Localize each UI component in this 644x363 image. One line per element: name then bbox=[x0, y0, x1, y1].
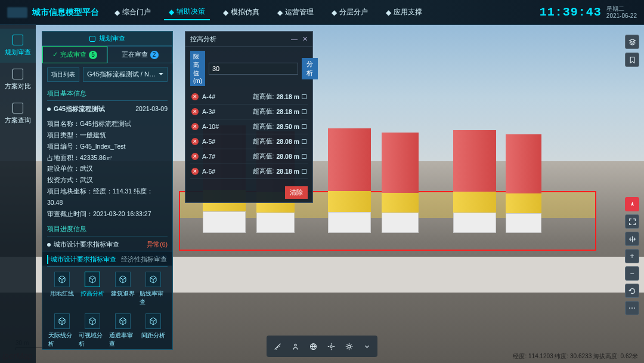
tool-panel: 城市设计要求指标审查经济性指标审查 用地红线控高分析建筑退界贴线率审查 天际线分… bbox=[42, 251, 173, 350]
height-limit-label: 限高值(m) bbox=[190, 51, 205, 86]
location-icon[interactable] bbox=[323, 339, 339, 354]
logo-icon bbox=[7, 7, 27, 18]
refresh-icon[interactable] bbox=[625, 284, 639, 298]
tool-天际线分析[interactable]: 天际线分析 bbox=[48, 313, 75, 348]
tool-建筑退界[interactable]: 建筑退界 bbox=[109, 272, 136, 306]
nav-target[interactable]: ◆辅助决策 bbox=[164, 4, 210, 20]
progress-item: 城市设计要求指标审查异常(6) bbox=[42, 238, 172, 251]
info-field: 占地面积：42335.86㎡ bbox=[47, 152, 168, 164]
more-icon[interactable]: ⋯ bbox=[625, 301, 639, 315]
error-icon: ✕ bbox=[191, 138, 199, 145]
review-panel: 规划审查 ✓完成审查5正在审查2 项目列表 G45指标流程测试 / NOG45_… bbox=[42, 31, 173, 266]
flag-icon: ◆ bbox=[223, 8, 228, 17]
layers-icon[interactable] bbox=[625, 35, 639, 49]
zoom-out-icon[interactable]: − bbox=[625, 266, 639, 281]
date: 星期二2021-06-22 bbox=[606, 5, 637, 20]
nav-people[interactable]: ◆应用支撑 bbox=[381, 4, 427, 20]
chevron-down-icon[interactable] bbox=[359, 339, 374, 354]
expand-icon[interactable] bbox=[302, 109, 306, 114]
expand-icon[interactable] bbox=[302, 154, 306, 159]
chevron-down-icon bbox=[159, 73, 163, 78]
person-icon[interactable] bbox=[287, 339, 303, 354]
error-icon: ✕ bbox=[191, 123, 199, 130]
result-row: ✕A-5#超高值:28.08 m bbox=[190, 134, 308, 149]
info-field: 建设单位：武汉 bbox=[47, 163, 168, 174]
subtab-0[interactable]: 城市设计要求指标审查 bbox=[47, 255, 116, 264]
people-icon: ◆ bbox=[386, 8, 391, 17]
section-basic-info: 项目基本信息 bbox=[42, 85, 172, 99]
bottom-toolbar bbox=[267, 336, 377, 357]
height-limit-input[interactable] bbox=[209, 63, 298, 75]
info-field: 审查截止时间：2021-03-20 16:33:27 bbox=[47, 208, 168, 220]
globe-icon[interactable] bbox=[305, 339, 321, 354]
nav-home[interactable]: ◆综合门户 bbox=[110, 4, 156, 20]
info-field: 项目名称：G45指标流程测试 bbox=[47, 118, 168, 130]
minimize-icon[interactable]: — bbox=[291, 35, 298, 43]
error-icon: ✕ bbox=[191, 153, 199, 160]
user-icon: ◆ bbox=[332, 8, 337, 17]
clock: 11:39:43 bbox=[540, 5, 602, 19]
gear-icon: ◆ bbox=[277, 8, 283, 17]
info-field: 投资方式：武汉 bbox=[47, 174, 168, 186]
tool-间距分析[interactable]: 间距分析 bbox=[140, 313, 166, 348]
measure-icon[interactable] bbox=[270, 339, 285, 354]
doc-icon bbox=[13, 69, 23, 79]
nav-gear[interactable]: ◆运营管理 bbox=[273, 4, 318, 20]
compass-icon[interactable] bbox=[625, 197, 639, 211]
result-row: ✕A-7#超高值:28.08 m bbox=[190, 149, 308, 164]
project-list-button[interactable]: 项目列表 bbox=[47, 67, 79, 82]
nav-user[interactable]: ◆分层分户 bbox=[327, 4, 373, 20]
tool-控高分析[interactable]: 控高分析 bbox=[79, 272, 106, 306]
analyze-button[interactable]: 分析 bbox=[302, 58, 318, 79]
tool-贴线率审查[interactable]: 贴线率审查 bbox=[140, 272, 166, 306]
pan-icon[interactable] bbox=[625, 232, 639, 246]
svg-point-3 bbox=[348, 345, 351, 348]
zoom-in-icon[interactable]: + bbox=[625, 249, 639, 263]
clear-button[interactable]: 清除 bbox=[285, 186, 308, 199]
tool-通透率审查[interactable]: 通透率审查 bbox=[109, 313, 136, 348]
expand-icon[interactable] bbox=[302, 94, 306, 99]
review-tab-1[interactable]: 正在审查2 bbox=[107, 46, 172, 63]
leftnav-item-1[interactable]: 方案对比 bbox=[0, 63, 36, 97]
sun-icon[interactable] bbox=[341, 339, 357, 354]
doc-icon bbox=[13, 103, 23, 113]
info-field: 项目编号：G45_Index_Test bbox=[47, 141, 168, 152]
target-icon: ◆ bbox=[169, 8, 174, 16]
brand: 城市信息模型平台 bbox=[7, 7, 99, 18]
lock-icon bbox=[89, 36, 95, 42]
expand-icon[interactable] bbox=[302, 139, 306, 144]
nav-flag[interactable]: ◆模拟仿真 bbox=[218, 4, 264, 20]
panel-title: 规划审查 bbox=[42, 32, 172, 46]
svg-point-2 bbox=[330, 345, 332, 347]
status-bar: 经度: 114.1203 纬度: 30.6233 海拔高度: 0.62米 bbox=[513, 352, 638, 361]
height-analysis-dialog: 控高分析 —✕ 限高值(m) 分析 ✕A-4#超高值:28.18 m✕A-3#超… bbox=[185, 31, 313, 203]
home-icon: ◆ bbox=[114, 8, 120, 17]
dialog-title: 控高分析 bbox=[190, 35, 216, 44]
fullscreen-icon[interactable] bbox=[625, 214, 639, 229]
leftnav-item-2[interactable]: 方案查询 bbox=[0, 97, 36, 131]
info-field: 项目类型：一般建筑 bbox=[47, 130, 168, 141]
right-tools-top bbox=[625, 35, 639, 67]
subtab-1[interactable]: 经济性指标审查 bbox=[121, 255, 167, 264]
expand-icon[interactable] bbox=[302, 124, 306, 129]
doc-icon bbox=[13, 35, 23, 45]
tool-可视域分析[interactable]: 可视域分析 bbox=[79, 313, 106, 348]
review-tab-0[interactable]: ✓完成审查5 bbox=[42, 46, 107, 63]
tool-用地红线[interactable]: 用地红线 bbox=[48, 272, 75, 306]
error-icon: ✕ bbox=[191, 93, 199, 100]
project-select[interactable]: G45指标流程测试 / NOG45_Ind... bbox=[83, 67, 168, 82]
result-row: ✕A-4#超高值:28.18 m bbox=[190, 90, 308, 104]
leftnav-item-0[interactable]: 规划审查 bbox=[0, 29, 36, 63]
result-row: ✕A-6#超高值:28.18 m bbox=[190, 164, 308, 179]
top-bar: 城市信息模型平台 ◆综合门户◆辅助决策◆模拟仿真◆运营管理◆分层分户◆应用支撑 … bbox=[0, 0, 644, 25]
info-field: 项目地块坐标：经度：114.31 纬度：30.48 bbox=[47, 186, 168, 208]
svg-point-0 bbox=[294, 344, 296, 346]
bookmark-icon[interactable] bbox=[625, 53, 639, 67]
section-progress: 项目进度信息 bbox=[42, 221, 172, 235]
left-nav: 规划审查方案对比方案查询 bbox=[0, 25, 36, 363]
error-icon: ✕ bbox=[191, 108, 199, 115]
close-icon[interactable]: ✕ bbox=[302, 35, 308, 43]
error-icon: ✕ bbox=[191, 168, 199, 175]
expand-icon[interactable] bbox=[302, 169, 306, 174]
right-tools-bottom: + − ⋯ bbox=[625, 197, 639, 315]
